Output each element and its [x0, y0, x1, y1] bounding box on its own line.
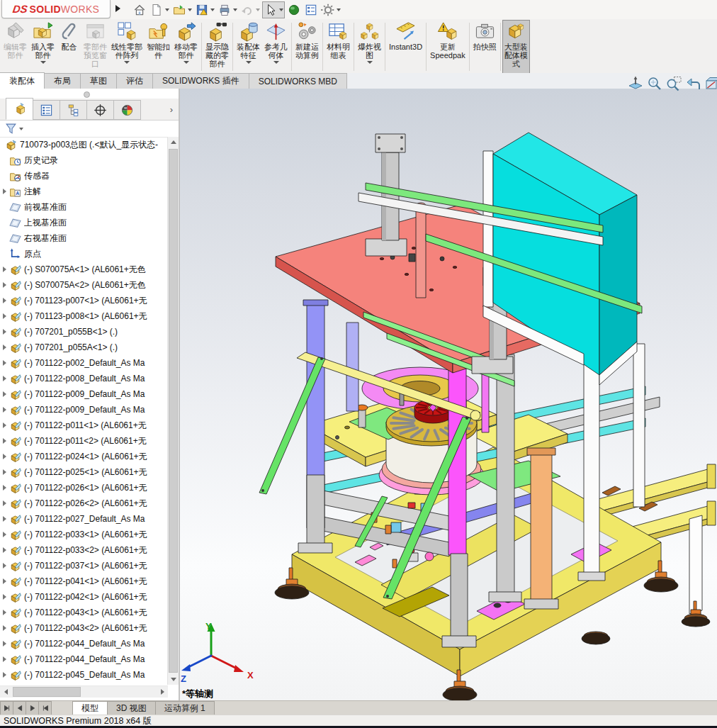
dropdown-caret-icon[interactable] [165, 9, 169, 11]
panel-tab-propertymanager[interactable] [33, 100, 60, 120]
ribbon-linear-component-pattern-button[interactable]: 线性零部件阵列 [109, 20, 145, 74]
tree-item[interactable]: 传感器 [0, 168, 168, 184]
scroll-right-button[interactable] [157, 686, 168, 698]
qa-home-button[interactable] [132, 2, 147, 18]
ribbon-take-snapshot-button[interactable]: 拍快照 [471, 20, 499, 74]
expand-arrow-icon[interactable] [0, 610, 9, 615]
qa-performance-button[interactable] [286, 2, 302, 18]
graphics-viewport[interactable]: Y X Z *等轴测 [180, 89, 717, 700]
panel-tab-dimxpertmanager[interactable] [86, 100, 114, 120]
expand-arrow-icon[interactable] [0, 345, 9, 350]
dropdown-caret-icon[interactable] [233, 9, 237, 11]
previous-view-button[interactable] [684, 75, 701, 92]
expand-arrow-icon[interactable] [0, 267, 9, 272]
qa-options-button[interactable] [320, 2, 341, 18]
tree-component[interactable]: (-) 701122-p025<1> (AL6061+无 [0, 464, 168, 480]
ribbon-move-component-button[interactable]: 移动零部件 [172, 20, 200, 74]
tree-component[interactable]: (-) 701122-p033<2> (AL6061+无 [0, 542, 168, 558]
tree-component[interactable]: (-) 701122-p027_Default_As Ma [0, 511, 168, 527]
qa-open-button[interactable] [171, 2, 193, 18]
tree-item[interactable]: 原点 [0, 246, 168, 262]
sheet-nav-last-button[interactable] [38, 701, 52, 715]
command-tab-3[interactable]: 评估 [116, 73, 153, 89]
ribbon-assembly-features-button[interactable]: 装配体特征 [235, 20, 262, 74]
expand-arrow-icon[interactable] [0, 189, 9, 194]
command-tab-1[interactable]: 布局 [44, 73, 81, 89]
section-view-button[interactable] [704, 75, 717, 92]
expand-arrow-icon[interactable] [0, 360, 9, 366]
expand-arrow-icon[interactable] [0, 485, 9, 491]
ribbon-bill-of-materials-button[interactable]: 材料明细表 [324, 20, 352, 74]
scroll-left-button[interactable] [0, 686, 11, 698]
tree-component[interactable]: (-) S070075A<2> (AL6061+无色 [0, 277, 168, 293]
filter-caret-icon[interactable] [19, 128, 23, 130]
expand-arrow-icon[interactable] [0, 454, 9, 459]
tree-component[interactable]: (-) 701122-p011<2> (AL6061+无 [0, 433, 168, 449]
expand-arrow-icon[interactable] [0, 641, 9, 646]
expand-arrow-icon[interactable] [0, 625, 9, 631]
tree-component[interactable]: (-) 701122-p033<1> (AL6061+无 [0, 527, 168, 542]
sheet-nav-first-button[interactable] [0, 701, 13, 715]
expand-arrow-icon[interactable] [0, 391, 9, 397]
tree-item-root[interactable]: 710073-p003总图 (.<默认_显示状态- [0, 137, 168, 152]
qa-save-button[interactable] [194, 2, 215, 18]
tree-component[interactable]: (-) 701122-p044_Default_As Ma [0, 636, 168, 651]
tree-horizontal-scrollbar[interactable] [0, 685, 168, 698]
tree-component[interactable]: (-) 701122-p009_Default_As Ma [0, 402, 168, 418]
expand-arrow-icon[interactable] [0, 298, 9, 303]
ribbon-show-hidden-components-button[interactable]: 显示隐藏的零部件 [203, 20, 231, 74]
tree-vertical-scrollbar[interactable] [167, 137, 179, 685]
sheet-nav-prev-button[interactable] [13, 701, 26, 715]
ribbon-smart-fasteners-button[interactable]: 智能扣件 [145, 20, 172, 74]
tree-component[interactable]: (-) 701122-p026<1> (AL6061+无 [0, 480, 168, 495]
expand-arrow-icon[interactable] [0, 282, 9, 288]
command-tab-0[interactable]: 装配体 [0, 72, 45, 89]
qa-select-button[interactable] [262, 1, 285, 18]
tree-component[interactable]: (-) 701122-p044_Default_As Ma [0, 651, 168, 667]
dropdown-caret-icon[interactable] [184, 61, 189, 64]
filter-funnel-icon[interactable] [5, 123, 17, 135]
zoom-fit-button[interactable] [646, 75, 663, 92]
expand-arrow-icon[interactable] [0, 500, 9, 506]
sheet-nav-next-button[interactable] [26, 701, 39, 715]
dropdown-caret-icon[interactable] [367, 61, 373, 64]
expand-arrow-icon[interactable] [0, 469, 9, 475]
qa-new-document-button[interactable] [149, 2, 170, 18]
scroll-down-button[interactable] [168, 674, 179, 685]
qa-print-button[interactable] [217, 2, 238, 18]
expand-arrow-icon[interactable] [0, 672, 9, 678]
panel-tab-overflow-button[interactable]: › [170, 104, 173, 115]
ribbon-reference-geometry-button[interactable]: 参考几何体 [262, 20, 290, 74]
command-tab-2[interactable]: 草图 [80, 73, 117, 89]
tree-component[interactable]: (-) 701122-p008_Default_As Ma [0, 371, 168, 386]
expand-arrow-icon[interactable] [0, 376, 9, 381]
tree-component[interactable]: (-) 701122-p041<1> (AL6061+无 [0, 573, 168, 589]
menu-flyout-button[interactable] [112, 1, 123, 16]
ribbon-large-assembly-mode-button[interactable]: 大型装配体模式 [502, 20, 530, 74]
command-tab-4[interactable]: SOLIDWORKS 插件 [152, 73, 249, 89]
tree-component[interactable]: (-) 701123-p007<1> (AL6061+无 [0, 293, 168, 308]
tree-component[interactable]: (-) 701122-p026<2> (AL6061+无 [0, 495, 168, 511]
tree-item[interactable]: 上视基准面 [0, 215, 168, 230]
panel-tab-featuremanager[interactable] [6, 98, 33, 120]
expand-arrow-icon[interactable] [0, 407, 9, 413]
tree-component[interactable]: (-) 701122-p037<1> (AL6061+无 [0, 558, 168, 573]
tree-component[interactable]: (-) 707201_p055A<1> (.) [0, 340, 168, 355]
command-tab-5[interactable]: SOLIDWORKS MBD [249, 73, 347, 89]
expand-arrow-icon[interactable] [0, 563, 9, 569]
ribbon-insert-components-button[interactable]: 插入零部件 [29, 20, 57, 74]
dropdown-caret-icon[interactable] [124, 61, 130, 64]
expand-arrow-icon[interactable] [0, 422, 9, 428]
hscroll-thumb[interactable] [13, 687, 81, 697]
tree-component[interactable]: (-) 701122-p043<2> (AL6061+无 [0, 620, 168, 636]
tree-item[interactable]: 右视基准面 [0, 230, 168, 246]
dropdown-caret-icon[interactable] [256, 9, 260, 11]
tree-item[interactable]: 历史记录 [0, 152, 168, 168]
expand-arrow-icon[interactable] [0, 329, 9, 335]
expand-arrow-icon[interactable] [0, 532, 9, 537]
expand-arrow-icon[interactable] [0, 656, 9, 662]
tree-component[interactable]: (-) 701123-p008<1> (AL6061+无 [0, 308, 168, 324]
sheet-tab-2[interactable]: 运动算例 1 [155, 701, 215, 715]
tree-component[interactable]: (-) S070075A<1> (AL6061+无色 [0, 262, 168, 277]
tree-component[interactable]: (-) 701122-p024<1> (AL6061+无 [0, 449, 168, 464]
